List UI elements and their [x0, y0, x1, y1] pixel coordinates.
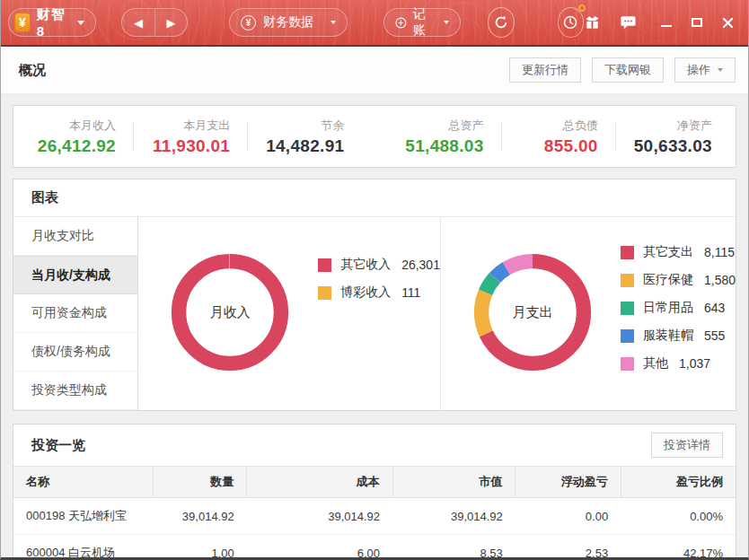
legend-swatch: [318, 258, 331, 272]
app-logo-icon: ¥: [14, 13, 31, 32]
chevron-down-icon: [444, 21, 449, 24]
legend-value: 1,580: [704, 273, 736, 287]
stat-value: 51,488.03: [405, 136, 483, 156]
legend-label: 其它支出: [643, 244, 693, 260]
legend-item: 其他 1,037: [621, 355, 736, 372]
legend-value: 643: [704, 301, 725, 315]
app-menu[interactable]: ¥ 财智8: [8, 8, 96, 37]
gift-icon[interactable]: [584, 14, 601, 31]
summary-card: 本月收入 26,412.92 本月支出 11,930.01 节余 14,482.…: [13, 105, 736, 168]
cell-floating-pl: 2.53: [515, 535, 621, 560]
investments-title: 投资一览: [31, 437, 85, 454]
cell-name: 600004 白云机场: [13, 535, 153, 560]
clock-icon: [562, 14, 578, 31]
cell-market-value: 8.53: [392, 535, 515, 560]
minimize-button[interactable]: [661, 25, 672, 27]
cell-pl-ratio: 42.17%: [621, 535, 736, 560]
legend-item: 博彩收入 111: [318, 284, 440, 301]
legend-swatch: [621, 302, 634, 315]
legend-label: 其他: [643, 355, 668, 372]
legend-value: 1,037: [679, 356, 710, 371]
stat-label: 本月收入: [69, 118, 116, 134]
table-row[interactable]: 000198 天弘增利宝 39,014.92 39,014.92 39,014.…: [13, 498, 736, 535]
stat-value: 14,482.91: [266, 136, 344, 156]
chevron-down-icon: [718, 68, 723, 72]
legend-label: 日常用品: [643, 300, 693, 316]
download-bank-button[interactable]: 下载网银: [592, 57, 664, 83]
operations-button[interactable]: 操作: [674, 57, 736, 83]
legend-value: 555: [704, 328, 725, 343]
forward-button[interactable]: ▶: [155, 9, 187, 36]
stat-value: 50,633.03: [634, 136, 712, 156]
back-button[interactable]: ◀: [122, 9, 154, 36]
add-record-button[interactable]: 记账: [383, 8, 461, 37]
tab-investment-types[interactable]: 投资类型构成: [13, 372, 137, 410]
dataset-dropdown[interactable]: ¥ 财务数据: [229, 8, 348, 37]
cell-cost: 6.00: [247, 535, 392, 560]
legend-value: 8,115: [704, 245, 735, 259]
legend-swatch: [621, 274, 634, 287]
col-floating-pl[interactable]: 浮动盈亏: [515, 467, 621, 498]
cell-cost: 39,014.92: [247, 498, 392, 535]
update-quotes-button[interactable]: 更新行情: [509, 57, 581, 83]
app-name: 财智8: [37, 6, 66, 39]
tab-debt-composition[interactable]: 债权/债务构成: [13, 333, 137, 372]
operations-label: 操作: [687, 62, 710, 78]
legend-swatch: [621, 357, 634, 371]
cell-quantity: 39,014.92: [153, 498, 247, 535]
income-donut-chart: 月收入 其它收入 26,301 博彩收入 111: [138, 217, 441, 410]
legend-item: 服装鞋帽 555: [621, 328, 736, 344]
charts-card: 图表 月收支对比 当月收/支构成 可用资金构成 债权/债务构成 投资类型构成 月…: [13, 179, 736, 411]
dataset-label: 财务数据: [263, 14, 318, 31]
legend-item: 其它收入 26,301: [318, 257, 440, 273]
chevron-down-icon: [77, 21, 84, 25]
plus-circle-icon: [395, 15, 407, 31]
divider: [501, 122, 502, 151]
investments-table: 名称 数量 成本 市值 浮动盈亏 盈亏比例 000198 天弘增利宝 39,01…: [13, 466, 736, 560]
feedback-icon[interactable]: [620, 14, 637, 31]
legend-swatch: [318, 286, 331, 300]
tab-available-funds[interactable]: 可用资金构成: [13, 294, 137, 333]
legend-label: 医疗保健: [643, 272, 693, 288]
stat-total-debt: 总负债 855.00: [519, 118, 598, 156]
stat-label: 总资产: [449, 118, 484, 134]
stat-month-expense: 本月支出 11,930.01: [151, 118, 230, 156]
stat-label: 本月支出: [183, 118, 230, 134]
refresh-button[interactable]: [488, 7, 514, 38]
stat-value: 26,412.92: [38, 136, 116, 156]
charts-title: 图表: [31, 189, 58, 206]
nav-arrows: ◀ ▶: [121, 8, 188, 37]
donut-center-label: 月收入: [156, 239, 304, 386]
stat-value: 855.00: [544, 136, 598, 156]
add-record-label: 记账: [413, 6, 432, 39]
chart-tabs: 月收支对比 当月收/支构成 可用资金构成 债权/债务构成 投资类型构成: [13, 217, 138, 410]
notification-badge: [578, 4, 586, 12]
legend-swatch: [621, 329, 634, 343]
cell-name: 000198 天弘增利宝: [13, 498, 153, 535]
app-window: ¥ 财智8 ◀ ▶ ¥ 财务数据 记账: [0, 0, 749, 560]
legend-item: 其它支出 8,115: [621, 244, 736, 260]
investment-details-button[interactable]: 投资详情: [651, 433, 723, 458]
col-pl-ratio[interactable]: 盈亏比例: [621, 467, 736, 498]
col-cost[interactable]: 成本: [247, 467, 392, 498]
back-arrow-icon: ◀: [134, 16, 143, 30]
stat-total-assets: 总资产 51,488.03: [405, 118, 484, 156]
col-market-value[interactable]: 市值: [392, 467, 515, 498]
stat-net-assets: 净资产 50,633.03: [633, 118, 712, 156]
page-header: 概况 更新行情 下载网银 操作: [1, 47, 748, 94]
col-name[interactable]: 名称: [13, 467, 153, 498]
legend-value: 26,301: [401, 258, 440, 272]
tab-month-compare[interactable]: 月收支对比: [13, 217, 137, 256]
history-button[interactable]: [558, 7, 584, 38]
close-button[interactable]: [722, 17, 734, 29]
table-row[interactable]: 600004 白云机场 1.00 6.00 8.53 2.53 42.17%: [13, 535, 736, 560]
maximize-button[interactable]: [692, 18, 702, 27]
col-quantity[interactable]: 数量: [153, 467, 247, 498]
divider: [615, 122, 616, 151]
investment-details-label: 投资详情: [664, 437, 710, 453]
cell-pl-ratio: 0.00%: [621, 498, 736, 535]
tab-month-composition[interactable]: 当月收/支构成: [13, 256, 137, 294]
download-bank-label: 下载网银: [604, 62, 651, 78]
legend-value: 111: [401, 285, 420, 300]
refresh-icon: [493, 14, 509, 31]
